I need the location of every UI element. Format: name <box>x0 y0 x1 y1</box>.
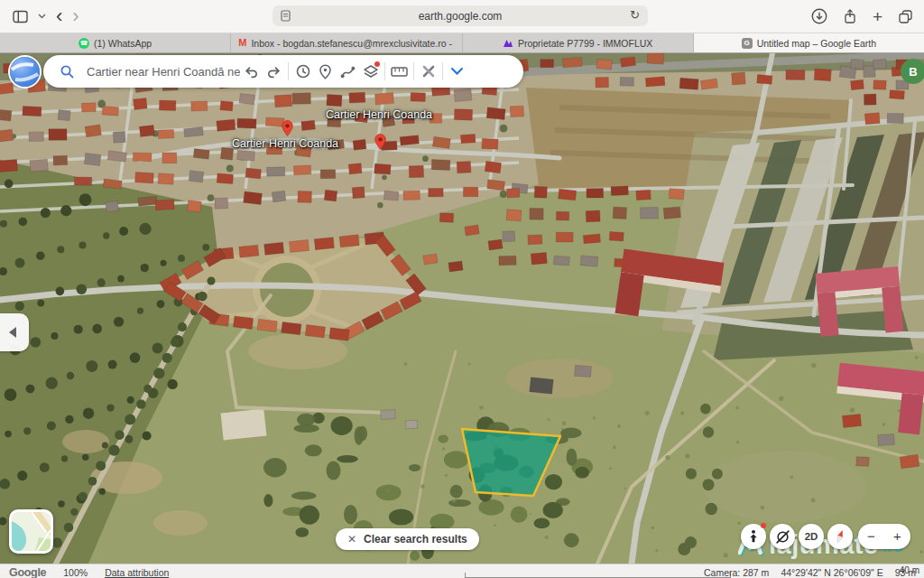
downloads-icon[interactable] <box>811 8 827 24</box>
search-icon <box>56 61 79 82</box>
tab-gmail-inbox[interactable]: M Inbox - bogdan.stefanescu@mrexclusivit… <box>231 33 462 52</box>
chevron-left-icon <box>4 327 16 338</box>
share-icon[interactable] <box>843 8 857 24</box>
google-earth-logo <box>10 57 40 87</box>
place-label: Cartier Henri Coanda <box>232 137 338 150</box>
whatsapp-icon: ☎ <box>79 38 89 49</box>
undo-icon[interactable] <box>240 61 263 82</box>
map-canvas[interactable] <box>0 53 924 564</box>
map-style-thumbnail[interactable] <box>9 509 53 554</box>
compass-button[interactable] <box>827 524 853 549</box>
clear-search-results-button[interactable]: ✕ Clear search results <box>336 528 479 550</box>
terrain-elevation: 93 m <box>895 567 916 578</box>
orbit-button[interactable] <box>770 524 795 549</box>
map-pin[interactable] <box>282 120 293 136</box>
map-viewport: Cartier Henri Coanda Cartier Henri Coand… <box>0 53 924 564</box>
zoom-in-button[interactable]: + <box>884 525 910 548</box>
place-label: Cartier Henri Coanda <box>326 108 432 121</box>
measure-icon[interactable] <box>388 61 411 82</box>
panel-collapse-handle[interactable] <box>0 313 29 351</box>
zoom-control: − + <box>858 524 910 549</box>
tools-icon[interactable] <box>417 61 439 82</box>
new-tab-button[interactable]: + <box>873 9 882 24</box>
mode-2d-button[interactable]: 2D <box>799 524 824 549</box>
camera-coordinates: 44°29'42" N 26°06'09" E <box>781 567 882 578</box>
historical-imagery-icon[interactable] <box>291 61 314 82</box>
forward-button[interactable]: › <box>72 7 79 25</box>
tab-whatsapp[interactable]: ☎ (1) WhatsApp <box>0 33 231 52</box>
url-bar[interactable]: earth.google.com ↻ <box>273 5 648 26</box>
expand-toolbar-chevron-icon[interactable] <box>446 61 468 82</box>
map-pin[interactable] <box>374 134 386 150</box>
reload-icon[interactable]: ↻ <box>630 8 640 22</box>
placemark-pin-icon[interactable] <box>314 61 337 82</box>
tab-immoflux[interactable]: Proprietate P7799 - IMMOFLUX <box>463 33 694 52</box>
tab-bar: ☎ (1) WhatsApp M Inbox - bogdan.stefanes… <box>0 33 924 53</box>
chevron-down-icon[interactable] <box>38 14 46 19</box>
browser-toolbar: ‹ › earth.google.com ↻ + <box>0 0 924 33</box>
search-input[interactable]: Cartier near Henri Coandă nemz <box>87 65 240 79</box>
page-settings-icon <box>281 10 291 24</box>
sidebar-icon[interactable] <box>13 10 28 23</box>
camera-altitude: Camera: 287 m <box>704 567 769 578</box>
notification-dot <box>374 61 380 67</box>
zoom-out-button[interactable]: − <box>858 525 884 548</box>
layers-icon[interactable] <box>359 61 382 82</box>
close-icon: ✕ <box>347 533 356 545</box>
generic-favicon-icon: G <box>742 38 753 49</box>
immoflux-icon <box>503 38 513 48</box>
zoom-level: 100% <box>63 567 88 578</box>
tab-overview-icon[interactable] <box>898 9 913 24</box>
redo-icon[interactable] <box>263 61 285 82</box>
google-logo: Google <box>9 566 46 578</box>
scale-bar <box>465 573 731 578</box>
url-text: earth.google.com <box>419 10 503 23</box>
search-bar: Cartier near Henri Coandă nemz <box>43 55 523 88</box>
back-button[interactable]: ‹ <box>56 7 62 25</box>
notification-dot <box>761 523 766 528</box>
camera-readout: Camera: 287 m 44°29'42" N 26°06'09" E 93… <box>704 567 916 578</box>
gmail-icon: M <box>238 38 246 48</box>
data-attribution-link[interactable]: Data attribution <box>105 567 169 578</box>
draw-path-icon[interactable] <box>337 61 359 82</box>
pegman-button[interactable] <box>741 524 766 549</box>
status-bar: Google 100% Data attribution 40 m Camera… <box>0 564 924 578</box>
account-avatar[interactable]: B <box>901 59 924 84</box>
tab-google-earth[interactable]: G Untitled map – Google Earth <box>694 33 924 52</box>
